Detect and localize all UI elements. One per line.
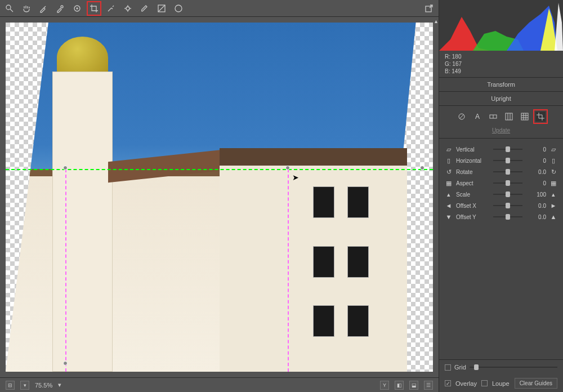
slider-label: Offset Y bbox=[456, 214, 490, 220]
g-label: G: bbox=[445, 61, 451, 67]
photo-detail bbox=[220, 148, 408, 166]
svg-point-12 bbox=[175, 5, 182, 12]
upright-guided-icon[interactable] bbox=[535, 112, 546, 122]
slider-row-aspect: ▦Aspect0▦ bbox=[445, 179, 557, 187]
zoom-dropdown-icon[interactable]: ▾ bbox=[58, 381, 61, 389]
hand-tool-icon[interactable] bbox=[21, 3, 32, 14]
arrow-r-icon: ► bbox=[549, 202, 557, 209]
h-left-icon: ▯ bbox=[445, 157, 453, 164]
horizontal-slider[interactable] bbox=[493, 157, 522, 164]
upright-guide-horizontal[interactable] bbox=[6, 169, 433, 170]
slider-label: Horizontal bbox=[456, 158, 490, 164]
photo-detail bbox=[313, 246, 334, 278]
upright-off-icon[interactable] bbox=[457, 112, 467, 122]
right-pane: R: 180 G: 167 B: 149 Transform Upright A… bbox=[439, 0, 563, 392]
r-label: R: bbox=[445, 54, 450, 60]
offset-y-slider[interactable] bbox=[493, 213, 522, 221]
loupe-checkbox[interactable] bbox=[481, 380, 488, 386]
target-tool-icon[interactable] bbox=[72, 3, 82, 14]
zoom-tool-icon[interactable] bbox=[5, 3, 15, 14]
slider-value: 0.0 bbox=[526, 169, 546, 175]
histogram[interactable] bbox=[439, 0, 563, 51]
transform-sliders: ▱Vertical0▱▯Horizontal0▯↺Rotate0.0↻▦Aspe… bbox=[439, 138, 563, 228]
photo-detail bbox=[313, 186, 334, 218]
view-toggle-icon[interactable]: ▾ bbox=[20, 381, 29, 390]
slider-value: 0 bbox=[526, 180, 546, 186]
slider-value: 0 bbox=[526, 158, 546, 164]
brush-tool-icon[interactable] bbox=[140, 3, 150, 14]
b-value: 149 bbox=[452, 68, 461, 74]
arrow-d-icon: ▼ bbox=[445, 213, 453, 220]
photo-detail bbox=[347, 305, 369, 337]
slider-row-rotate: ↺Rotate0.0↻ bbox=[445, 168, 557, 176]
scroll-up-icon[interactable]: ▴ bbox=[435, 18, 437, 24]
upright-auto-icon[interactable]: A bbox=[472, 112, 482, 122]
crop-tool-icon[interactable] bbox=[89, 3, 99, 14]
photo-detail bbox=[347, 186, 369, 218]
v-bottom-icon: ▱ bbox=[549, 146, 557, 153]
rotate-slider[interactable] bbox=[493, 168, 522, 176]
slider-value: 100 bbox=[526, 191, 546, 198]
upright-guide-vertical[interactable] bbox=[288, 169, 289, 372]
gradient-tool-icon[interactable] bbox=[157, 3, 167, 14]
split-horizontal-icon[interactable]: ⬓ bbox=[409, 381, 418, 390]
vertical-slider[interactable] bbox=[493, 145, 522, 153]
photo-detail bbox=[313, 305, 334, 337]
upright-guide-vertical[interactable] bbox=[65, 169, 66, 372]
slider-row-vertical: ▱Vertical0▱ bbox=[445, 145, 557, 153]
svg-line-15 bbox=[459, 114, 464, 119]
image-canvas[interactable]: ➤ bbox=[6, 23, 433, 372]
slider-label: Vertical bbox=[456, 146, 490, 153]
status-bar: ⊟ ▾ 75.5% ▾ Y ◧ ⬓ ☰ bbox=[0, 377, 439, 392]
svg-point-0 bbox=[6, 5, 11, 10]
lock-icon: ▴ bbox=[549, 191, 557, 198]
upright-update-link[interactable]: Update bbox=[439, 127, 563, 138]
view-toggle-icon[interactable]: ⊟ bbox=[6, 381, 15, 390]
zoom-level[interactable]: 75.5% bbox=[35, 382, 52, 389]
spot-tool-icon[interactable] bbox=[106, 3, 116, 14]
grid-row: Grid bbox=[439, 359, 563, 375]
aspect-slider[interactable] bbox=[493, 179, 522, 187]
arrow-u-icon: ▲ bbox=[549, 213, 557, 220]
upright-full-icon[interactable] bbox=[520, 112, 530, 122]
rot-cw-icon: ↻ bbox=[549, 168, 557, 176]
before-after-y-icon[interactable]: Y bbox=[380, 381, 389, 390]
svg-line-11 bbox=[158, 5, 165, 12]
grid-size-slider[interactable] bbox=[470, 363, 557, 371]
upright-vertical-icon[interactable] bbox=[504, 112, 514, 122]
sampler-tool-icon[interactable] bbox=[55, 3, 65, 14]
cursor-icon: ➤ bbox=[292, 173, 299, 182]
g-value: 167 bbox=[452, 61, 462, 67]
lock-icon: ▴ bbox=[445, 191, 453, 198]
slider-label: Aspect bbox=[456, 180, 490, 186]
grid9-icon: ▦ bbox=[549, 180, 557, 187]
split-vertical-icon[interactable]: ◧ bbox=[395, 381, 404, 390]
slider-value: 0.0 bbox=[526, 203, 546, 209]
offset-x-slider[interactable] bbox=[493, 202, 522, 210]
grid9-icon: ▦ bbox=[445, 180, 453, 187]
upright-level-icon[interactable] bbox=[488, 112, 498, 122]
svg-point-5 bbox=[126, 7, 129, 10]
settings-sliders-icon[interactable]: ☰ bbox=[424, 381, 433, 390]
scale-slider[interactable] bbox=[493, 190, 522, 198]
loupe-label: Loupe bbox=[492, 380, 510, 387]
overlay-checkbox[interactable] bbox=[445, 380, 451, 386]
canvas-wrap: ▴ ➤ bbox=[0, 17, 439, 377]
overlay-label: Overlay bbox=[455, 380, 477, 387]
v-top-icon: ▱ bbox=[445, 146, 453, 153]
redeye-tool-icon[interactable] bbox=[123, 3, 133, 14]
rgb-readout: R: 180 G: 167 B: 149 bbox=[439, 51, 563, 77]
grid-checkbox[interactable] bbox=[445, 364, 451, 371]
clear-guides-button[interactable]: Clear Guides bbox=[515, 378, 557, 389]
slider-label: Rotate bbox=[456, 169, 490, 175]
eyedropper-tool-icon[interactable] bbox=[38, 3, 48, 14]
slider-value: 0.0 bbox=[526, 214, 546, 220]
svg-point-2 bbox=[61, 6, 63, 8]
svg-rect-18 bbox=[506, 113, 512, 120]
options-row: Overlay Loupe Clear Guides bbox=[439, 375, 563, 392]
radial-tool-icon[interactable] bbox=[173, 3, 184, 14]
slider-row-horizontal: ▯Horizontal0▯ bbox=[445, 157, 557, 164]
slider-row-offset-x: ◄Offset X0.0► bbox=[445, 202, 557, 210]
open-image-icon[interactable] bbox=[424, 3, 434, 14]
slider-label: Offset X bbox=[456, 203, 490, 209]
